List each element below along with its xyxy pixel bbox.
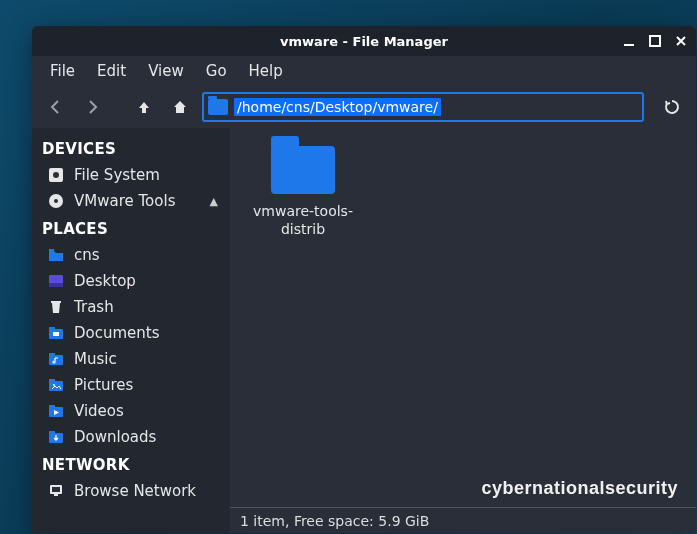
close-button[interactable] [674,34,688,48]
svg-rect-15 [49,381,63,391]
svg-rect-16 [49,379,55,382]
folder-icon [46,323,66,343]
sidebar-item-label: VMware Tools [74,192,175,210]
watermark-text: cybernationalsecurity [481,478,678,499]
menu-view[interactable]: View [140,58,192,84]
sidebar-item-filesystem[interactable]: File System [38,162,224,188]
svg-rect-6 [49,249,54,252]
window-title: vmware - File Manager [32,34,696,49]
devices-header: DEVICES [38,134,224,162]
content-area[interactable]: vmware-tools-distrib cybernationalsecuri… [230,128,696,533]
folder-icon [46,349,66,369]
home-button[interactable] [166,93,194,121]
up-button[interactable] [130,93,158,121]
sidebar-item-label: Music [74,350,117,368]
svg-rect-11 [49,327,55,330]
status-text: 1 item, Free space: 5.9 GiB [240,513,429,529]
drive-icon [46,165,66,185]
svg-point-3 [53,172,59,178]
maximize-button[interactable] [648,34,662,48]
sidebar-item-label: File System [74,166,160,184]
folder-item[interactable]: vmware-tools-distrib [248,146,358,238]
sidebar-item-browse-network[interactable]: Browse Network [38,478,224,504]
folder-icon [46,427,66,447]
reload-button[interactable] [658,93,686,121]
sidebar-item-documents[interactable]: Documents [38,320,224,346]
titlebar[interactable]: vmware - File Manager [32,26,696,56]
menu-file[interactable]: File [42,58,83,84]
menu-edit[interactable]: Edit [89,58,134,84]
svg-rect-1 [650,36,660,46]
network-icon [46,481,66,501]
eject-icon[interactable]: ▲ [210,195,222,208]
sidebar-item-desktop[interactable]: Desktop [38,268,224,294]
svg-rect-24 [54,494,58,496]
menu-go[interactable]: Go [198,58,235,84]
menu-help[interactable]: Help [241,58,291,84]
svg-rect-21 [49,431,55,434]
sidebar-item-label: Desktop [74,272,136,290]
status-bar: 1 item, Free space: 5.9 GiB [230,507,696,533]
sidebar-item-music[interactable]: Music [38,346,224,372]
svg-rect-13 [49,355,63,365]
forward-button[interactable] [78,93,106,121]
svg-rect-0 [624,44,634,46]
sidebar-item-videos[interactable]: Videos [38,398,224,424]
sidebar-item-trash[interactable]: Trash [38,294,224,320]
svg-rect-14 [49,353,55,356]
sidebar-item-label: Videos [74,402,124,420]
folder-label: vmware-tools-distrib [248,202,358,238]
svg-rect-8 [49,283,63,287]
minimize-button[interactable] [622,34,636,48]
trash-icon [46,297,66,317]
folder-icon [271,146,335,194]
sidebar: DEVICES File System VMware Tools ▲ PLACE… [32,128,230,533]
sidebar-item-downloads[interactable]: Downloads [38,424,224,450]
sidebar-item-label: Documents [74,324,160,342]
places-header: PLACES [38,214,224,242]
desktop-icon [46,271,66,291]
path-text[interactable]: /home/cns/Desktop/vmware/ [234,98,441,116]
folder-icon [208,99,228,115]
svg-point-5 [54,199,58,203]
file-grid[interactable]: vmware-tools-distrib [230,128,696,507]
menubar: File Edit View Go Help [32,56,696,86]
sidebar-item-label: Browse Network [74,482,196,500]
sidebar-item-label: Downloads [74,428,156,446]
folder-icon [46,401,66,421]
sidebar-item-label: Trash [74,298,114,316]
file-manager-window: vmware - File Manager File Edit View Go … [32,26,696,533]
sidebar-item-cns[interactable]: cns [38,242,224,268]
sidebar-item-label: Pictures [74,376,133,394]
sidebar-item-label: cns [74,246,100,264]
sidebar-item-pictures[interactable]: Pictures [38,372,224,398]
svg-rect-23 [52,487,60,492]
svg-rect-19 [49,405,55,408]
svg-rect-12 [53,332,59,336]
disc-icon [46,191,66,211]
sidebar-item-vmwaretools[interactable]: VMware Tools ▲ [38,188,224,214]
folder-icon [46,245,66,265]
toolbar: /home/cns/Desktop/vmware/ [32,86,696,128]
svg-rect-9 [51,301,61,303]
back-button[interactable] [42,93,70,121]
folder-icon [46,375,66,395]
network-header: NETWORK [38,450,224,478]
path-bar[interactable]: /home/cns/Desktop/vmware/ [202,92,644,122]
